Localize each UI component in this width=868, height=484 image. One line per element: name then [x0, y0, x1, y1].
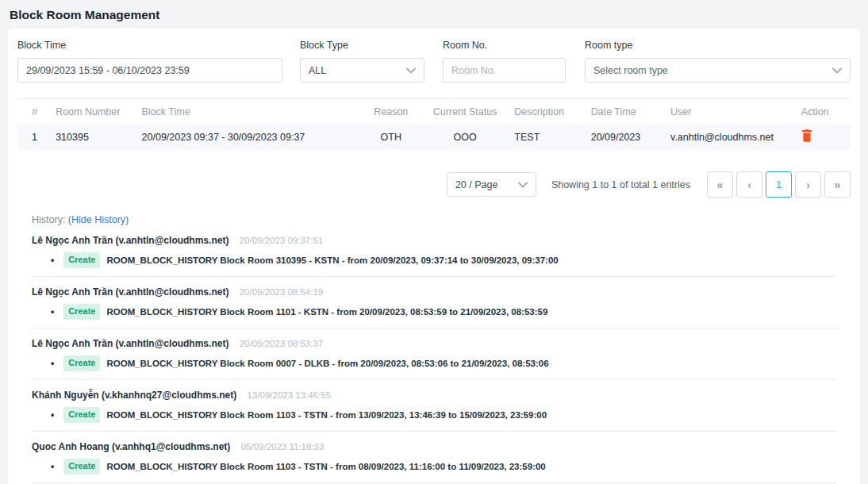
history-detail: ROOM_BLOCK_HISTORY Block Room 310395 - K… [106, 254, 558, 267]
table-header-row: # Room Number Block Time Reason Current … [17, 99, 851, 124]
history-detail: ROOM_BLOCK_HISTORY Block Room 1103 - TST… [106, 460, 545, 474]
table-row: 1 310395 20/09/2023 09:37 - 30/09/2023 0… [17, 124, 851, 150]
history-user: Lê Ngọc Anh Trần (v.anhtln@cloudhms.net) [32, 235, 229, 246]
col-date-time: Date Time [585, 99, 664, 124]
history-user: Quoc Anh Hoang (v.anhhq1@cloudhms.net) [32, 441, 230, 452]
block-room-table: # Room Number Block Time Reason Current … [17, 98, 851, 150]
pagination-summary: Showing 1 to 1 of total 1 entries [551, 179, 690, 190]
cell-description: TEST [508, 124, 584, 150]
create-badge: Create [63, 407, 100, 423]
history-label: History: [32, 214, 65, 225]
history-section: History: (Hide History) Lê Ngọc Anh Trần… [17, 214, 851, 484]
current-page-button[interactable]: 1 [766, 171, 792, 198]
chevron-down-icon [406, 65, 416, 76]
history-detail: ROOM_BLOCK_HISTORY Block Room 0007 - DLK… [106, 357, 548, 371]
create-badge: Create [63, 304, 100, 320]
col-room-number: Room Number [49, 99, 135, 124]
page-size-select[interactable]: 20 / Page [447, 172, 536, 197]
cell-date-time: 20/09/2023 [585, 124, 664, 150]
pager: « ‹ 1 › » [704, 171, 851, 198]
page-title: Block Room Management [0, 0, 868, 29]
room-type-field: Room type Select room type [585, 40, 851, 83]
bullet-icon: • [51, 357, 54, 371]
create-badge: Create [63, 459, 100, 474]
col-index: # [17, 99, 49, 124]
col-action: Action [795, 99, 851, 124]
block-type-select[interactable]: ALL [300, 58, 424, 83]
history-user: Khánh Nguyễn (v.khanhnq27@cloudhms.net) [32, 390, 236, 401]
first-page-button[interactable]: « [707, 171, 733, 198]
page-size-value: 20 / Page [455, 179, 498, 190]
col-block-time: Block Time [136, 99, 360, 124]
hide-history-link[interactable]: (Hide History) [68, 214, 129, 225]
history-timestamp: 05/09/2023 11:18:33 [241, 442, 325, 451]
prev-page-button[interactable]: ‹ [736, 171, 762, 198]
history-entry: Khánh Nguyễn (v.khanhnq27@cloudhms.net) … [32, 380, 836, 432]
chevron-down-icon [832, 65, 842, 76]
history-entry: Lê Ngọc Anh Trần (v.anhtln@cloudhms.net)… [32, 328, 836, 380]
history-timestamp: 20/09/2023 08:54:19 [240, 287, 324, 297]
block-time-label: Block Time [17, 40, 282, 51]
history-user: Lê Ngọc Anh Trần (v.anhtln@cloudhms.net) [32, 286, 229, 298]
chevron-down-icon [518, 179, 528, 190]
cell-current-status: OOO [422, 124, 508, 150]
room-no-field: Room No. [443, 40, 566, 83]
history-detail: ROOM_BLOCK_HISTORY Block Room 1101 - KST… [106, 305, 547, 319]
history-timestamp: 20/09/2023 08:53:37 [240, 339, 324, 348]
block-time-field: Block Time [17, 40, 282, 83]
filter-bar: Block Time Block Type ALL Room No. Room … [17, 40, 851, 83]
block-type-label: Block Type [300, 40, 424, 51]
col-user: User [664, 99, 795, 124]
next-page-button[interactable]: › [795, 171, 821, 198]
room-type-select[interactable]: Select room type [585, 58, 851, 83]
block-type-value: ALL [309, 65, 326, 76]
room-type-value: Select room type [593, 65, 668, 76]
bullet-icon: • [51, 460, 54, 474]
create-badge: Create [63, 355, 100, 371]
pagination-bar: 20 / Page Showing 1 to 1 of total 1 entr… [17, 171, 851, 198]
last-page-button[interactable]: » [824, 171, 851, 198]
history-entry: Lê Ngọc Anh Trần (v.anhtln@cloudhms.net)… [32, 277, 836, 328]
bullet-icon: • [51, 254, 54, 267]
delete-row-button[interactable] [801, 129, 812, 142]
bullet-icon: • [51, 305, 54, 319]
cell-block-time: 20/09/2023 09:37 - 30/09/2023 09:37 [136, 124, 360, 150]
room-type-label: Room type [585, 40, 851, 51]
room-no-label: Room No. [443, 40, 566, 51]
col-reason: Reason [360, 99, 422, 124]
history-timestamp: 13/09/2023 13:46:55 [248, 390, 332, 400]
trash-icon [801, 133, 812, 144]
history-timestamp: 20/09/2023 09:37:51 [240, 236, 324, 245]
cell-user: v.anhtln@cloudhms.net [664, 124, 795, 150]
cell-reason: OTH [360, 124, 422, 150]
history-entry: Lê Ngọc Anh Trần (v.anhtln@cloudhms.net)… [32, 225, 836, 277]
history-detail: ROOM_BLOCK_HISTORY Block Room 1103 - TST… [106, 409, 547, 422]
cell-room-number: 310395 [49, 124, 135, 150]
col-description: Description [508, 99, 584, 124]
content-card: Block Time Block Type ALL Room No. Room … [8, 29, 860, 484]
room-no-input[interactable] [443, 58, 566, 83]
history-user: Lê Ngọc Anh Trần (v.anhtln@cloudhms.net) [32, 338, 229, 349]
bullet-icon: • [51, 409, 54, 422]
history-entry: Quoc Anh Hoang (v.anhhq1@cloudhms.net) 0… [32, 432, 836, 483]
block-type-field: Block Type ALL [300, 40, 424, 83]
block-time-input[interactable] [17, 58, 282, 83]
col-current-status: Current Status [422, 99, 508, 124]
cell-index: 1 [17, 124, 49, 150]
create-badge: Create [63, 252, 100, 268]
